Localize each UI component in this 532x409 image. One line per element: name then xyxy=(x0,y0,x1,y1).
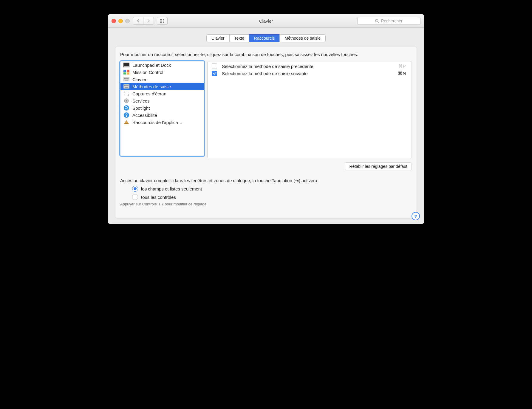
category-list[interactable]: Launchpad et Dock Mission Control Clavie… xyxy=(120,61,204,156)
tab-label: Clavier xyxy=(211,36,225,41)
svg-point-38 xyxy=(126,113,127,114)
spotlight-icon xyxy=(123,105,129,111)
radio-label: tous les contrôles xyxy=(141,195,176,200)
full-keyboard-access-label: Accès au clavier complet : dans les fenê… xyxy=(120,178,412,183)
search-placeholder: Rechercher xyxy=(381,18,402,23)
category-label: Accessibilité xyxy=(132,113,157,118)
category-app-shortcuts[interactable]: Raccourcis de l'applica… xyxy=(120,119,204,126)
svg-rect-19 xyxy=(125,78,126,79)
svg-rect-13 xyxy=(123,70,126,72)
svg-rect-12 xyxy=(124,66,129,67)
category-services[interactable]: Services xyxy=(120,97,204,104)
category-label: Méthodes de saisie xyxy=(132,84,171,89)
svg-point-34 xyxy=(124,105,129,111)
tab-texte[interactable]: Texte xyxy=(229,34,249,42)
mission-control-icon xyxy=(123,69,129,75)
restore-defaults-button[interactable]: Rétablir les réglages par défaut xyxy=(345,162,412,170)
search-field[interactable]: Rechercher xyxy=(357,17,420,25)
shortcut-checkbox[interactable] xyxy=(212,71,217,76)
minimize-button[interactable] xyxy=(118,19,123,23)
svg-rect-27 xyxy=(126,85,127,86)
close-button[interactable] xyxy=(112,19,116,23)
radio-button[interactable] xyxy=(132,194,138,200)
forward-button[interactable] xyxy=(143,17,154,25)
svg-rect-7 xyxy=(161,22,162,23)
svg-rect-3 xyxy=(160,21,161,21)
svg-rect-24 xyxy=(123,84,129,89)
shortcut-row[interactable]: Sélectionnez la méthode de saisie précéd… xyxy=(208,63,412,70)
svg-rect-21 xyxy=(127,78,128,79)
category-label: Services xyxy=(132,98,150,103)
category-label: Mission Control xyxy=(132,70,163,75)
category-label: Raccourcis de l'applica… xyxy=(132,120,183,125)
svg-rect-18 xyxy=(124,78,125,79)
chevron-right-icon xyxy=(147,19,150,23)
search-icon xyxy=(375,19,379,23)
shortcut-label: Sélectionnez la méthode de saisie précéd… xyxy=(222,64,313,69)
tab-label: Raccourcis xyxy=(254,36,275,41)
svg-rect-6 xyxy=(160,22,161,23)
category-label: Spotlight xyxy=(132,106,150,111)
traffic-lights xyxy=(112,19,130,23)
svg-rect-14 xyxy=(127,70,129,72)
svg-rect-17 xyxy=(123,77,129,81)
tab-methodes[interactable]: Méthodes de saisie xyxy=(279,34,326,42)
keyboard-icon xyxy=(123,84,129,89)
svg-rect-28 xyxy=(127,85,128,86)
shortcut-label: Sélectionnez la méthode de saisie suivan… xyxy=(222,71,308,76)
svg-rect-25 xyxy=(124,85,125,86)
category-methodes-de-saisie[interactable]: Méthodes de saisie xyxy=(120,83,204,90)
svg-rect-2 xyxy=(163,19,164,20)
fka-hint: Appuyer sur Contrôle+F7 pour modifier ce… xyxy=(120,202,412,206)
preferences-window: Clavier Rechercher Clavier Texte Raccour… xyxy=(108,14,424,224)
svg-rect-31 xyxy=(124,92,129,95)
show-all-button[interactable] xyxy=(157,17,168,25)
svg-rect-30 xyxy=(125,87,128,88)
category-launchpad[interactable]: Launchpad et Dock xyxy=(120,61,204,69)
app-shortcuts-icon xyxy=(123,120,129,125)
svg-rect-16 xyxy=(127,72,129,75)
category-label: Captures d'écran xyxy=(132,91,166,96)
category-mission-control[interactable]: Mission Control xyxy=(120,69,204,76)
svg-rect-5 xyxy=(163,21,164,21)
svg-rect-29 xyxy=(128,85,129,86)
category-label: Launchpad et Dock xyxy=(132,63,171,68)
svg-rect-26 xyxy=(125,85,126,86)
fka-option-text-only[interactable]: les champs et listes seulement xyxy=(132,186,412,192)
svg-rect-22 xyxy=(128,78,129,79)
tab-raccourcis[interactable]: Raccourcis xyxy=(249,34,280,42)
titlebar: Clavier Rechercher xyxy=(108,14,424,28)
svg-point-33 xyxy=(126,100,127,102)
help-button[interactable]: ? xyxy=(412,212,420,220)
category-accessibilite[interactable]: Accessibilité xyxy=(120,111,204,119)
svg-line-10 xyxy=(378,21,379,23)
shortcut-row[interactable]: Sélectionnez la méthode de saisie suivan… xyxy=(208,70,412,77)
shortcut-checkbox[interactable] xyxy=(212,63,217,69)
shortcut-list[interactable]: Sélectionnez la méthode de saisie précéd… xyxy=(207,61,412,158)
lists-container: Launchpad et Dock Mission Control Clavie… xyxy=(120,61,412,158)
grid-icon xyxy=(160,19,165,23)
restore-row: Rétablir les réglages par défaut xyxy=(120,162,412,170)
shortcut-key[interactable]: ⌘P xyxy=(398,63,406,69)
svg-rect-15 xyxy=(123,72,126,75)
category-spotlight[interactable]: Spotlight xyxy=(120,104,204,111)
radio-button[interactable] xyxy=(132,186,138,192)
shortcut-key[interactable]: ⌘N xyxy=(398,71,406,76)
tab-bar: Clavier Texte Raccourcis Méthodes de sai… xyxy=(116,34,416,42)
help-label: ? xyxy=(414,214,417,219)
button-label: Rétablir les réglages par défaut xyxy=(349,164,407,169)
svg-rect-20 xyxy=(126,78,127,79)
category-clavier[interactable]: Clavier xyxy=(120,76,204,83)
tab-clavier[interactable]: Clavier xyxy=(206,34,230,42)
category-captures[interactable]: Captures d'écran xyxy=(120,90,204,97)
back-button[interactable] xyxy=(133,17,143,25)
keyboard-icon xyxy=(123,77,129,82)
screenshot-icon xyxy=(123,91,129,96)
radio-label: les champs et listes seulement xyxy=(141,186,202,191)
fka-option-all-controls[interactable]: tous les contrôles xyxy=(132,194,412,200)
svg-rect-4 xyxy=(161,21,162,21)
gear-icon xyxy=(123,98,129,103)
window-body: Clavier Texte Raccourcis Méthodes de sai… xyxy=(108,28,424,224)
tab-label: Texte xyxy=(234,36,244,41)
svg-rect-8 xyxy=(163,22,164,23)
